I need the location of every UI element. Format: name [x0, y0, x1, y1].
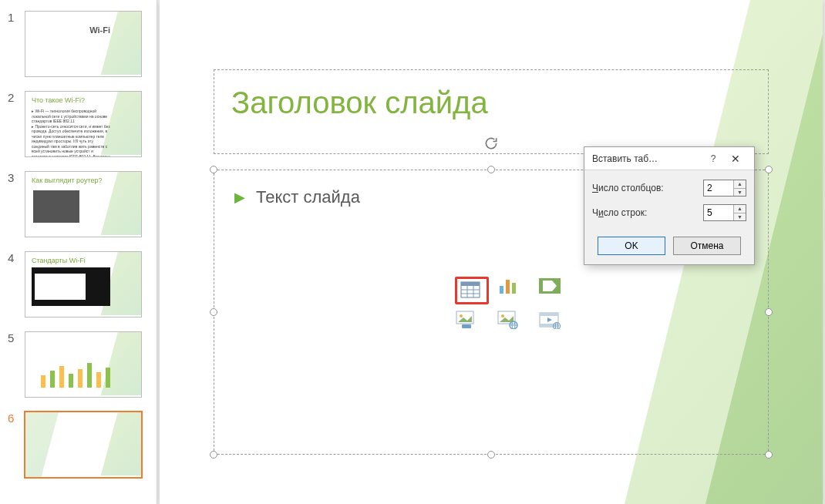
svg-point-12: [460, 314, 463, 318]
insert-table-button[interactable]: [455, 277, 489, 304]
svg-point-16: [501, 314, 504, 318]
rows-spinner[interactable]: ▲ ▼: [703, 204, 746, 221]
thumbnail-panel[interactable]: 1 Wi-Fi 2 Что такое Wi-Fi? ▸ Wi-Fi — тех…: [0, 0, 157, 504]
cancel-button[interactable]: Отмена: [673, 237, 741, 255]
thumb-row-2[interactable]: 2 Что такое Wi-Fi? ▸ Wi-Fi — технология …: [0, 91, 157, 157]
spin-up-icon[interactable]: ▲: [734, 180, 746, 189]
svg-rect-7: [506, 280, 510, 294]
thumb-row-6[interactable]: 6: [0, 412, 157, 478]
online-picture-icon[interactable]: [497, 311, 520, 329]
svg-rect-6: [500, 286, 503, 294]
resize-handle[interactable]: [765, 451, 773, 459]
resize-handle[interactable]: [487, 166, 495, 173]
table-icon: [459, 281, 482, 299]
resize-handle[interactable]: [765, 166, 773, 173]
columns-input[interactable]: [704, 180, 733, 196]
bullet-marker-icon: ▶: [234, 189, 245, 206]
thumb-number: 4: [8, 251, 20, 264]
chart-icon[interactable]: [497, 277, 520, 295]
columns-spinner[interactable]: ▲ ▼: [703, 180, 746, 197]
thumb-number: 1: [8, 11, 20, 24]
thumb-number: 2: [8, 91, 20, 104]
svg-rect-1: [461, 282, 480, 286]
video-icon[interactable]: [538, 311, 561, 329]
thumb-row-3[interactable]: 3 Как выглядит роутер?: [0, 171, 157, 237]
thumb-row-4[interactable]: 4 Стандарты Wi-Fi: [0, 251, 157, 318]
slide-canvas[interactable]: Заголовок слайда ▶ Текст слайда: [160, 0, 823, 504]
resize-handle[interactable]: [210, 308, 217, 316]
thumbnail-6[interactable]: [25, 412, 142, 478]
thumb-number: 6: [8, 412, 20, 425]
slide-title[interactable]: Заголовок слайда: [231, 86, 751, 120]
dialog-title: Вставить таб…: [592, 153, 703, 164]
dialog-body: Число столбцов: ▲ ▼ Число строк:: [584, 170, 754, 232]
rows-input[interactable]: [704, 205, 733, 220]
thumbnail-1[interactable]: Wi-Fi: [25, 11, 142, 77]
thumb-row-1[interactable]: 1 Wi-Fi: [0, 11, 157, 77]
thumbnail-5[interactable]: [25, 331, 142, 398]
thumbnail-4[interactable]: Стандарты Wi-Fi: [25, 251, 142, 318]
spin-down-icon[interactable]: ▼: [734, 213, 746, 221]
rotate-handle-icon[interactable]: [483, 136, 499, 151]
picture-icon[interactable]: [455, 311, 478, 329]
columns-label: Число столбцов:: [592, 183, 697, 193]
svg-rect-8: [512, 283, 516, 294]
resize-handle[interactable]: [765, 308, 773, 316]
dialog-titlebar[interactable]: Вставить таб… ? ✕: [584, 147, 754, 170]
slide-editor: Заголовок слайда ▶ Текст слайда: [157, 0, 825, 504]
close-icon[interactable]: ✕: [723, 153, 748, 165]
thumb-row-5[interactable]: 5: [0, 331, 157, 398]
spin-down-icon[interactable]: ▼: [734, 189, 746, 197]
thumbnail-3[interactable]: Как выглядит роутер?: [25, 171, 142, 237]
smartart-icon[interactable]: [538, 277, 561, 295]
thumb-number: 5: [8, 331, 20, 344]
resize-handle[interactable]: [487, 451, 495, 459]
svg-rect-22: [540, 313, 558, 316]
insert-table-dialog: Вставить таб… ? ✕ Число столбцов: ▲ ▼: [584, 146, 755, 265]
resize-handle[interactable]: [210, 166, 217, 173]
insert-content-grid: [455, 277, 572, 338]
thumbnail-2[interactable]: Что такое Wi-Fi? ▸ Wi-Fi — технология бе…: [25, 91, 142, 157]
thumb-number: 3: [8, 171, 20, 184]
app-root: 1 Wi-Fi 2 Что такое Wi-Fi? ▸ Wi-Fi — тех…: [0, 0, 825, 504]
ok-button[interactable]: OK: [598, 237, 665, 255]
spin-up-icon[interactable]: ▲: [734, 205, 746, 213]
bullet-text[interactable]: Текст слайда: [256, 187, 360, 207]
resize-handle[interactable]: [210, 451, 217, 459]
dialog-help-button[interactable]: ?: [703, 153, 723, 164]
svg-rect-14: [462, 324, 471, 328]
rows-label: Число строк:: [592, 207, 697, 218]
